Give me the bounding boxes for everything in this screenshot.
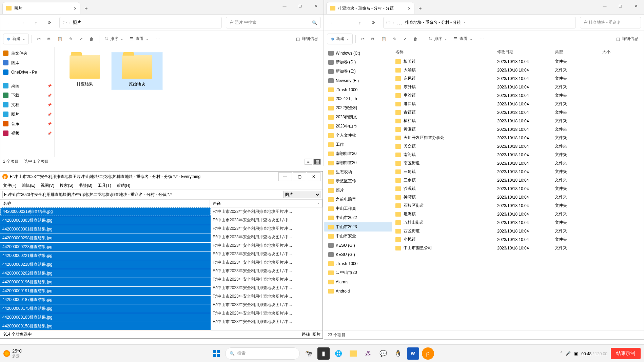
tree-item[interactable]: 南朗街道20 (324, 149, 392, 158)
tab-folder[interactable]: 排查地块 - 重命名 - 分村 - 分镇 × (326, 2, 414, 14)
new-button[interactable]: ⊕ 新建 ⌄ (327, 34, 353, 44)
view-button[interactable]: ☰ 查看 ⌄ (451, 34, 475, 44)
delete-button[interactable]: 🗑 (87, 34, 96, 44)
table-row[interactable]: 神湾镇2023/10/18 10:04文件夹 (392, 193, 644, 201)
close-window-button[interactable]: ✕ (628, 0, 644, 11)
table-row[interactable]: 民众镇2023/10/18 10:04文件夹 (392, 142, 644, 150)
copy-button[interactable]: ⧉ (45, 34, 53, 44)
close-window-button[interactable]: ✕ (308, 0, 324, 11)
tree-item[interactable]: 工作 (324, 140, 392, 149)
table-row[interactable]: 坦洲镇2023/10/18 10:04文件夹 (392, 210, 644, 218)
tree-item[interactable]: 2022-21、5 (324, 94, 392, 103)
menu-item[interactable]: 帮助(H) (117, 183, 131, 188)
close-window-button[interactable]: ✕ (307, 172, 320, 181)
more-button[interactable]: ⋯ (153, 34, 164, 44)
table-row[interactable]: 横栏镇2023/10/18 10:04文件夹 (392, 117, 644, 125)
filter-select[interactable]: 图片 (283, 191, 320, 198)
slack-icon[interactable]: ⁂ (362, 347, 374, 360)
tree-item[interactable]: 新加卷 (E:) (324, 67, 392, 76)
folder-item[interactable]: 排查结果 (59, 52, 110, 90)
table-row[interactable]: 中山市围垦公司2023/10/18 10:04文件夹 (392, 244, 644, 252)
table-row[interactable]: 大涌镇2023/10/18 10:04文件夹 (392, 66, 644, 74)
paste-button[interactable]: 📋 (55, 34, 65, 44)
stop-recording-button[interactable]: 结束录制 (611, 348, 641, 359)
tree-item[interactable]: 中山市安全 (324, 232, 392, 241)
paste-button[interactable]: 📋 (378, 34, 389, 44)
up-button[interactable]: ↑ (30, 17, 42, 28)
app-icon[interactable]: 🐄 (303, 347, 315, 360)
explorer-icon[interactable] (347, 347, 359, 360)
cut-button[interactable]: ✂ (358, 34, 367, 44)
result-name[interactable]: 442000000187排查结果.jpg (0, 296, 211, 304)
tree-item[interactable]: 之前电脑里 (324, 195, 392, 204)
tree-item[interactable]: Android (324, 286, 392, 296)
back-button[interactable]: ← (327, 17, 338, 28)
tree-item[interactable]: 2023中山市 (324, 122, 392, 131)
copy-button[interactable]: ⧉ (369, 34, 377, 44)
result-name[interactable]: 442000000319排查结果.jpg (0, 207, 211, 216)
tree-item[interactable]: 中山工作桌 (324, 204, 392, 213)
table-row[interactable]: 三角镇2023/10/18 10:04文件夹 (392, 167, 644, 176)
table-row[interactable]: 小榄镇2023/10/18 10:04文件夹 (392, 235, 644, 244)
menu-item[interactable]: 搜索(S) (60, 183, 73, 188)
menu-item[interactable]: 编辑(E) (22, 183, 35, 188)
table-row[interactable]: 古镇镇2023/10/18 10:04文件夹 (392, 108, 644, 117)
close-icon[interactable]: × (74, 6, 77, 11)
sidebar-item[interactable]: 视频📌 (0, 128, 54, 138)
table-row[interactable]: 东凤镇2023/10/18 10:04文件夹 (392, 74, 644, 83)
share-button[interactable]: ↗ (401, 34, 409, 44)
new-button[interactable]: ⊕ 新建 ⌄ (3, 34, 29, 44)
sort-button[interactable]: ⇅ 排序 ⌄ (102, 34, 126, 44)
up-button[interactable]: ↑ (354, 17, 366, 28)
folder-grid[interactable]: 排查结果原始地块 (55, 47, 324, 157)
sidebar-item[interactable]: 主文件夹 (0, 48, 54, 58)
share-button[interactable]: ↗ (77, 34, 85, 44)
menu-item[interactable]: 书签(B) (79, 183, 92, 188)
result-name[interactable]: 442000000175排查结果.jpg (0, 304, 211, 313)
tree-item[interactable]: 南朗街道20 (324, 158, 392, 167)
details-pane-button[interactable]: ◫ 详细信息 (293, 34, 321, 44)
table-row[interactable]: 火炬开发区街道办事处2023/10/18 10:04文件夹 (392, 134, 644, 142)
table-row[interactable]: 东升镇2023/10/18 10:04文件夹 (392, 83, 644, 91)
sort-button[interactable]: ⇅ 排序 ⌄ (426, 34, 450, 44)
refresh-button[interactable]: ⟳ (368, 17, 379, 28)
mic-icon[interactable]: 🎤 (566, 351, 571, 356)
maximize-button[interactable]: ▢ (293, 172, 306, 181)
table-row[interactable]: 黄圃镇2023/10/18 10:04文件夹 (392, 125, 644, 134)
menu-item[interactable]: 工具(T) (98, 183, 111, 188)
grid-view-toggle[interactable]: ▦ (313, 159, 321, 165)
view-button[interactable]: ☰ 查看 ⌄ (127, 34, 151, 44)
title-bar[interactable]: ρ F:\中山市2023年安全利用排查地块图片\中山地块\二类地块\排查地块 -… (0, 172, 323, 182)
result-name[interactable]: 442000000158排查结果.jpg (0, 322, 211, 330)
more-button[interactable]: ⋯ (476, 34, 488, 44)
minimize-button[interactable]: — (278, 172, 292, 181)
table-row[interactable]: 阜沙镇2023/10/18 10:04文件夹 (392, 91, 644, 100)
sidebar-item[interactable]: 音乐📌 (0, 119, 54, 128)
forward-button[interactable]: → (17, 17, 28, 28)
sidebar-item[interactable]: 下载📌 (0, 90, 54, 100)
tree-item[interactable]: 1. 中山市20 (324, 268, 392, 277)
table-row[interactable]: 港口镇2023/10/18 10:04文件夹 (392, 100, 644, 108)
tree-item[interactable]: Alarms (324, 277, 392, 286)
result-name[interactable]: 442000000298排查结果.jpg (0, 234, 211, 242)
breadcrumb[interactable]: 🖵 › 照片 (59, 17, 222, 28)
qq-icon[interactable]: 🐧 (392, 347, 404, 360)
col-modified[interactable]: 修改日期 (494, 47, 551, 57)
rename-button[interactable]: ✎ (390, 34, 399, 44)
tab-photos[interactable]: 照片 × (2, 2, 80, 14)
result-name[interactable]: 442000000303排查结果.jpg (0, 216, 211, 225)
tree-item[interactable]: KESU (G:) (324, 241, 392, 250)
maximize-button[interactable]: ▢ (292, 0, 308, 11)
close-icon[interactable]: × (408, 6, 411, 11)
tree-item[interactable]: 2022安全利 (324, 103, 392, 113)
tree-item[interactable]: 中山市2022 (324, 213, 392, 222)
minimize-button[interactable]: — (277, 0, 292, 11)
tree-item[interactable]: .Trash-1000 (324, 85, 392, 94)
tree-item[interactable]: KESU (G:) (324, 250, 392, 259)
sidebar-item[interactable]: 图库 (0, 58, 54, 67)
table-row[interactable]: 五桂山街道2023/10/18 10:04文件夹 (392, 218, 644, 227)
everything-taskbar-icon[interactable]: ρ (422, 347, 434, 360)
tray-chevron-icon[interactable]: ˄ (560, 351, 562, 356)
taskbar-search[interactable]: 🔍 搜索 (225, 347, 300, 360)
sidebar-item[interactable]: 图片📌 (0, 109, 54, 119)
